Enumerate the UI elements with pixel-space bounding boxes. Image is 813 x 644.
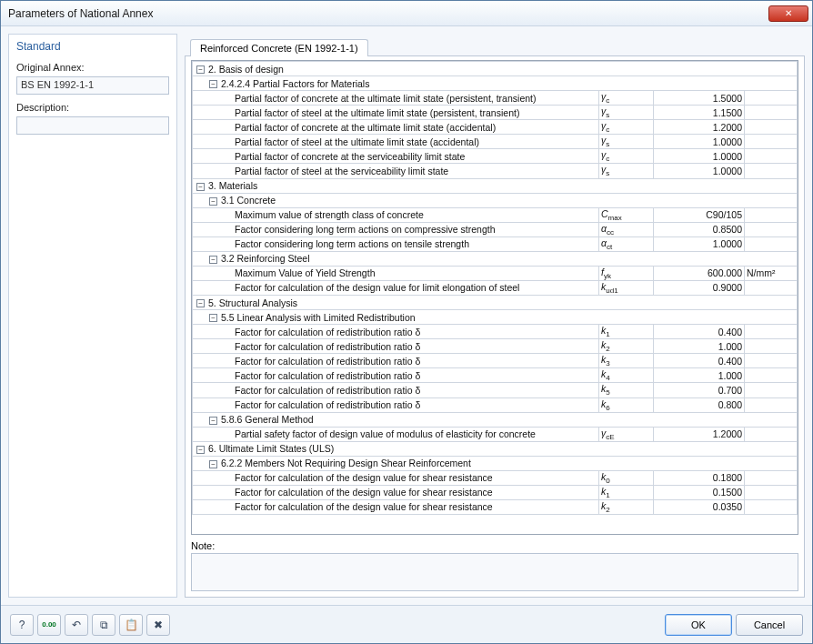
- collapse-icon[interactable]: −: [209, 80, 217, 88]
- row-label: Factor for calculation of the design val…: [193, 280, 599, 295]
- cancel-button[interactable]: Cancel: [736, 614, 803, 636]
- collapse-icon[interactable]: −: [209, 417, 217, 425]
- tree-param-row[interactable]: Factor for calculation of redistribution…: [193, 354, 798, 368]
- tree-param-row[interactable]: Partial factor of concrete at the ultima…: [193, 120, 798, 135]
- row-unit: [744, 207, 797, 222]
- row-label: Factor considering long term actions on …: [193, 236, 599, 251]
- tree-heading-row[interactable]: −3.1 Concrete: [193, 193, 798, 207]
- delete-icon[interactable]: ✖: [146, 614, 170, 636]
- description-field[interactable]: [16, 116, 169, 135]
- tree-param-row[interactable]: Factor for calculation of redistribution…: [193, 383, 798, 397]
- undo-icon[interactable]: ↶: [65, 614, 88, 636]
- ok-button[interactable]: OK: [665, 614, 732, 636]
- parameter-tree[interactable]: −2. Basis of design−2.4.2.4 Partial Fact…: [191, 60, 798, 535]
- row-unit: [744, 236, 797, 251]
- row-label: Factor for calculation of the design val…: [193, 485, 599, 499]
- collapse-icon[interactable]: −: [209, 460, 217, 468]
- row-value[interactable]: 1.000: [653, 368, 744, 383]
- tree-param-row[interactable]: Partial factor of steel at the ultimate …: [193, 106, 798, 120]
- row-value[interactable]: 0.400: [653, 354, 744, 368]
- decimals-icon[interactable]: 0.00: [37, 614, 61, 636]
- row-symbol: k3: [598, 354, 653, 368]
- row-value[interactable]: 0.800: [653, 397, 744, 412]
- original-annex-field[interactable]: BS EN 1992-1-1: [16, 76, 169, 95]
- row-value[interactable]: C90/105: [653, 207, 744, 222]
- row-symbol: k1: [598, 325, 653, 339]
- row-label: Factor for calculation of redistribution…: [193, 397, 599, 412]
- row-value[interactable]: 0.0350: [653, 499, 744, 514]
- tree-param-row[interactable]: Factor for calculation of redistribution…: [193, 325, 798, 339]
- tree-heading-row[interactable]: −6.2.2 Members Not Requiring Design Shea…: [193, 456, 798, 470]
- tree-heading-row[interactable]: −3. Materials: [193, 178, 798, 193]
- row-unit: [744, 164, 797, 178]
- row-value[interactable]: 0.8500: [653, 222, 744, 236]
- collapse-icon[interactable]: −: [209, 314, 217, 322]
- collapse-icon[interactable]: −: [196, 65, 205, 74]
- row-value[interactable]: 1.2000: [653, 427, 744, 441]
- tree-heading-row[interactable]: −3.2 Reinforcing Steel: [193, 251, 798, 266]
- row-symbol: αcc: [598, 222, 653, 236]
- tree-heading-row[interactable]: −5.5 Linear Analysis with Limited Redist…: [193, 310, 798, 325]
- tree-param-row[interactable]: Partial safety factor of design value of…: [193, 427, 798, 441]
- help-icon[interactable]: ?: [10, 614, 34, 636]
- tree-param-row[interactable]: Partial factor of concrete at the ultima…: [193, 91, 798, 106]
- collapse-icon[interactable]: −: [196, 299, 205, 307]
- tree-param-row[interactable]: Factor for calculation of the design val…: [193, 485, 798, 499]
- tree-param-row[interactable]: Factor considering long term actions on …: [193, 222, 798, 236]
- row-value[interactable]: 1.5000: [653, 91, 744, 106]
- row-value[interactable]: 0.1800: [653, 470, 744, 485]
- close-button[interactable]: ✕: [768, 5, 808, 22]
- collapse-icon[interactable]: −: [209, 197, 217, 206]
- collapse-icon[interactable]: −: [196, 446, 205, 454]
- tree-param-row[interactable]: Factor for calculation of the design val…: [193, 280, 798, 295]
- row-value[interactable]: 1.0000: [653, 135, 744, 149]
- tree-param-row[interactable]: Factor for calculation of redistribution…: [193, 339, 798, 354]
- collapse-icon[interactable]: −: [196, 183, 205, 191]
- row-unit: [744, 222, 797, 236]
- row-value[interactable]: 1.1500: [653, 106, 744, 120]
- tree-param-row[interactable]: Factor for calculation of redistribution…: [193, 397, 798, 412]
- row-label: Partial safety factor of design value of…: [193, 427, 599, 441]
- tree-heading-row[interactable]: −5.8.6 General Method: [193, 412, 798, 427]
- tree-param-row[interactable]: Factor for calculation of redistribution…: [193, 368, 798, 383]
- row-value[interactable]: 1.0000: [653, 164, 744, 178]
- tree-param-row[interactable]: Maximum value of strength class of concr…: [193, 207, 798, 222]
- row-unit: [744, 383, 797, 397]
- note-textarea[interactable]: [191, 553, 798, 591]
- tree-param-row[interactable]: Partial factor of concrete at the servic…: [193, 149, 798, 164]
- row-value[interactable]: 1.000: [653, 339, 744, 354]
- row-unit: [744, 91, 797, 106]
- row-unit: [744, 427, 797, 441]
- row-value[interactable]: 1.0000: [653, 149, 744, 164]
- row-symbol: k1: [598, 485, 653, 499]
- tree-param-row[interactable]: Factor for calculation of the design val…: [193, 470, 798, 485]
- tree-param-row[interactable]: Factor considering long term actions on …: [193, 236, 798, 251]
- row-value[interactable]: 1.2000: [653, 120, 744, 135]
- tree-param-row[interactable]: Maximum Value of Yield Strengthfyk600.00…: [193, 266, 798, 280]
- row-label: Factor for calculation of redistribution…: [193, 383, 599, 397]
- row-symbol: k2: [598, 499, 653, 514]
- row-value[interactable]: 1.0000: [653, 236, 744, 251]
- row-value[interactable]: 0.9000: [653, 280, 744, 295]
- paste-icon[interactable]: 📋: [119, 614, 143, 636]
- row-label: Factor for calculation of redistribution…: [193, 368, 599, 383]
- row-value[interactable]: 600.000: [653, 266, 744, 280]
- tree-heading-row[interactable]: −5. Structural Analysis: [193, 296, 798, 310]
- collapse-icon[interactable]: −: [209, 256, 217, 264]
- row-symbol: kud1: [598, 280, 653, 295]
- row-unit: [744, 354, 797, 368]
- row-value[interactable]: 0.400: [653, 325, 744, 339]
- row-value[interactable]: 0.1500: [653, 485, 744, 499]
- tree-param-row[interactable]: Factor for calculation of the design val…: [193, 499, 798, 514]
- row-label: 5.5 Linear Analysis with Limited Redistr…: [221, 312, 416, 323]
- row-value[interactable]: 0.700: [653, 383, 744, 397]
- row-symbol: fyk: [598, 266, 653, 280]
- tree-heading-row[interactable]: −6. Ultimate Limit States (ULS): [193, 441, 798, 456]
- tree-heading-row[interactable]: −2.4.2.4 Partial Factors for Materials: [193, 76, 798, 91]
- tree-param-row[interactable]: Partial factor of steel at the ultimate …: [193, 135, 798, 149]
- row-label: Maximum value of strength class of concr…: [193, 207, 599, 222]
- tree-param-row[interactable]: Partial factor of steel at the serviceab…: [193, 164, 798, 178]
- tree-heading-row[interactable]: −2. Basis of design: [193, 62, 798, 76]
- tab-reinforced-concrete[interactable]: Reinforced Concrete (EN 1992-1-1): [190, 39, 368, 56]
- copy-icon[interactable]: ⧉: [92, 614, 115, 636]
